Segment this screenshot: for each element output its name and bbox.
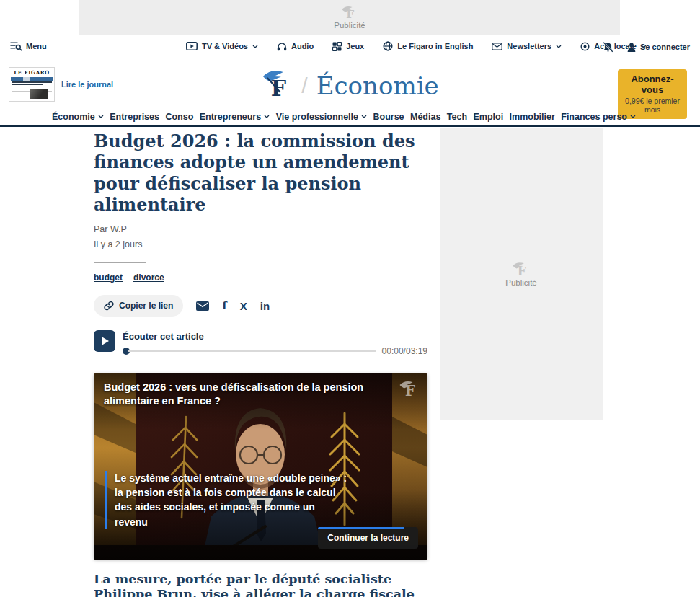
svg-text:F: F <box>270 76 285 98</box>
nav-item-bourse[interactable]: Bourse <box>373 112 404 122</box>
svg-text:F: F <box>518 264 526 276</box>
topbar-item-label: Audio <box>291 42 314 50</box>
continue-reading-button[interactable]: Continuer la lecture <box>318 527 418 549</box>
share-row: Copier le lien f X in <box>94 295 427 317</box>
nav-item-vie-professionnelle[interactable]: Vie professionnelle <box>276 112 367 122</box>
facebook-share-button[interactable]: f <box>222 299 226 312</box>
chevron-down-icon <box>252 45 258 48</box>
article-main: Budget 2026 : la commission des finances… <box>94 127 427 597</box>
tag-divorce[interactable]: divorce <box>133 273 164 283</box>
topbar-item-label: TV & Vidéos <box>202 42 248 50</box>
topbar-item-label: Newsletters <box>507 42 551 50</box>
nav-item-conso[interactable]: Conso <box>165 112 193 122</box>
menu-button[interactable]: Menu <box>10 41 47 51</box>
menu-label: Menu <box>26 42 47 50</box>
article-title: Budget 2026 : la commission des finances… <box>94 131 427 215</box>
svg-text:F: F <box>346 8 354 19</box>
envelope-icon <box>492 43 502 50</box>
nav-item-finances-perso[interactable]: Finances perso <box>561 112 636 122</box>
sidebar-ad: F Publicité <box>440 128 603 420</box>
nav-item-medias[interactable]: Médias <box>410 112 440 122</box>
topbar-item-audio[interactable]: Audio <box>277 41 314 51</box>
email-share-button[interactable] <box>196 299 209 312</box>
location-icon <box>580 42 590 51</box>
top-ad-banner: F Publicité <box>79 0 620 35</box>
play-icon <box>102 337 109 345</box>
chevron-down-icon <box>556 45 562 48</box>
topbar-item-newsletters[interactable]: Newsletters <box>492 41 562 51</box>
ad-label: Publicité <box>505 278 536 287</box>
read-journal-link[interactable]: Lire le journal <box>61 80 113 89</box>
notifications-muted-button[interactable] <box>602 40 614 53</box>
copy-link-label: Copier le lien <box>119 301 173 311</box>
linkedin-share-button[interactable]: in <box>260 299 270 312</box>
menu-search-icon <box>10 41 22 51</box>
topbar-item-label: Jeux <box>346 42 364 50</box>
x-share-button[interactable]: X <box>240 299 247 312</box>
nav-item-tech[interactable]: Tech <box>447 112 467 122</box>
topbar-item-tv-videos[interactable]: TV & Vidéos <box>186 41 258 51</box>
article-standfirst: La mesure, portée par le député socialis… <box>94 572 427 597</box>
audio-player: Écouter cet article 00:00/03:19 <box>94 330 427 356</box>
section-title-link[interactable]: Économie <box>316 74 439 98</box>
chevron-down-icon <box>98 115 104 118</box>
divider <box>94 262 146 263</box>
figaro-logo-icon[interactable]: F <box>261 68 293 98</box>
games-icon <box>332 42 342 51</box>
nav-item-economie[interactable]: Économie <box>52 112 104 122</box>
login-button[interactable]: Se connecter <box>627 43 690 52</box>
user-icon <box>627 43 636 52</box>
nav-item-immobilier[interactable]: Immobilier <box>510 112 555 122</box>
nav-item-emploi[interactable]: Emploi <box>474 112 504 122</box>
login-label: Se connecter <box>640 43 690 51</box>
topbar-item-figaro-english[interactable]: Le Figaro in English <box>383 41 473 51</box>
chevron-down-icon <box>264 115 270 118</box>
chevron-down-icon <box>361 115 367 118</box>
headphones-icon <box>277 42 287 51</box>
video-player[interactable]: Budget 2026 : vers une défiscalisation d… <box>94 373 427 560</box>
article-published-date: Il y a 2 jours <box>94 239 427 249</box>
chevron-down-icon <box>630 115 636 118</box>
figaro-watermark-icon: F <box>399 379 420 397</box>
audio-player-label: Écouter cet article <box>123 331 427 342</box>
tag-budget[interactable]: budget <box>94 273 123 283</box>
nav-item-entreprises[interactable]: Entreprises <box>110 112 159 122</box>
article-tags: budget divorce <box>94 273 427 283</box>
copy-link-button[interactable]: Copier le lien <box>94 295 183 317</box>
topbar-links: TV & Vidéos Audio Jeux Le Figaro in Engl… <box>186 41 647 51</box>
subscribe-label: Abonnez-vous <box>622 74 683 95</box>
newspaper-front-page-thumbnail[interactable]: LE FIGARO <box>9 67 55 102</box>
newspaper-masthead: LE FIGARO <box>9 69 54 76</box>
section-nav: Économie Entreprises Conso Entrepreneurs… <box>0 108 700 127</box>
topbar-item-jeux[interactable]: Jeux <box>332 41 364 51</box>
article-byline: Par W.P <box>94 224 427 234</box>
figaro-watermark-icon: F <box>512 261 531 276</box>
nav-item-entrepreneurs[interactable]: Entrepreneurs <box>200 112 270 122</box>
topbar-item-label: Le Figaro in English <box>397 42 473 50</box>
brand-slash-divider: / <box>301 75 307 98</box>
top-utility-bar: Menu TV & Vidéos Audio Jeux <box>0 35 700 59</box>
audio-time: 00:00/03:19 <box>382 346 427 356</box>
video-caption: Le système actuel entraîne une «double p… <box>105 471 347 529</box>
audio-progress-track[interactable] <box>128 350 376 352</box>
globe-icon <box>383 41 393 51</box>
figaro-watermark-icon: F <box>341 5 358 19</box>
thumb-photo <box>30 89 48 100</box>
ad-label: Publicité <box>334 21 365 30</box>
thumb-decor <box>11 77 53 81</box>
video-title: Budget 2026 : vers une défiscalisation d… <box>104 381 407 408</box>
play-button[interactable] <box>94 330 115 352</box>
tv-icon <box>186 42 198 50</box>
svg-text:F: F <box>405 383 415 397</box>
site-header: LE FIGARO Lire le journal F / Économie A… <box>0 59 700 108</box>
link-icon <box>104 301 114 311</box>
figaro-section-brand: F / Économie <box>261 68 438 98</box>
